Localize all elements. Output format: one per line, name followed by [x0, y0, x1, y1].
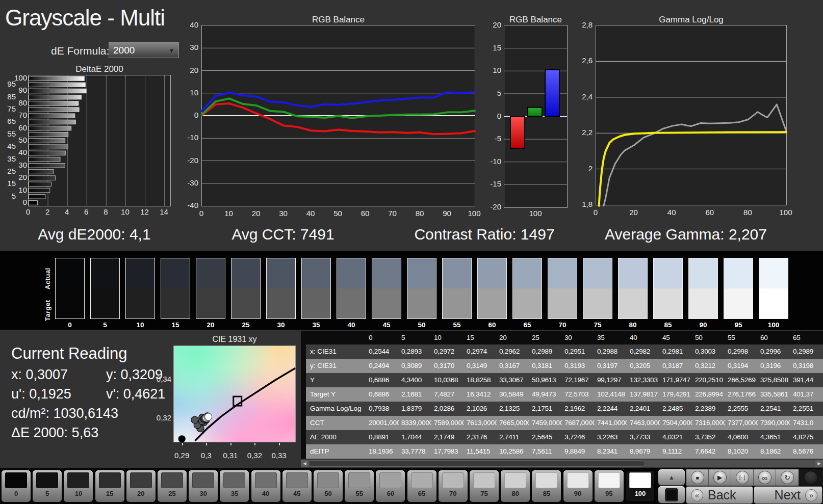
repeat-button[interactable]: ↻	[776, 469, 799, 486]
patch-button-label: 15	[95, 490, 124, 497]
table-column-header: 5	[399, 331, 431, 344]
deltae-bar-chart	[28, 75, 171, 206]
gamma-ytick-label: 1,8	[574, 200, 593, 208]
collapse-up-button[interactable]: ▲	[658, 469, 685, 485]
table-cell: 7377,0000	[725, 416, 758, 430]
patch-button-0[interactable]: 0	[2, 470, 31, 502]
patch-button-65[interactable]: 65	[407, 470, 436, 502]
table-cell: 7589,0000	[431, 416, 464, 430]
interval-measure-button[interactable]: [··]	[731, 469, 754, 486]
table-cell: 0,3089	[399, 359, 431, 373]
table-cell: 30,5849	[497, 387, 529, 402]
deltae-xtick-label: 0	[20, 208, 36, 216]
swatch-level-label: 60	[477, 321, 507, 329]
grayscale-swatch-15	[161, 258, 190, 319]
table-cell: 8,2341	[595, 444, 627, 459]
rgbline-ytick-label: 40	[177, 21, 198, 29]
gamma-chart-title: Gamma Log/Log	[596, 15, 787, 25]
gamma-xtick-label: 100	[778, 208, 793, 217]
reading-x: x: 0,3007	[11, 367, 68, 383]
deltae-xtick-label: 2	[40, 208, 55, 216]
rgb-line-chart-title: RGB Balance	[201, 15, 475, 25]
table-cell: 0,2988	[595, 344, 627, 359]
patch-button-30[interactable]: 30	[189, 470, 218, 502]
patch-button-35[interactable]: 35	[220, 470, 249, 502]
gamma-xtick-label: 60	[702, 208, 717, 217]
patch-button-20[interactable]: 20	[126, 470, 156, 502]
patch-swatch	[348, 472, 370, 488]
patch-button-5[interactable]: 5	[33, 470, 62, 502]
patch-button-95[interactable]: 95	[595, 470, 624, 502]
de-formula-dropdown[interactable]: 2000 ▼	[109, 42, 179, 58]
patch-swatch	[442, 472, 464, 488]
rgbline-xtick-label: 0	[194, 209, 209, 218]
patch-button-label: 35	[220, 490, 249, 497]
patch-swatch	[567, 472, 589, 488]
grayscale-swatch-10	[125, 258, 155, 319]
patch-swatch	[5, 472, 27, 488]
cie-ytick-label: 0,32	[152, 414, 171, 422]
swatch-actual-half	[759, 258, 788, 288]
next-button[interactable]: Next »	[754, 487, 822, 503]
rgbbar-ytick-label: 15	[480, 44, 501, 52]
scrollbar-thumb[interactable]	[308, 460, 645, 467]
table-cell: 7504,0000	[660, 416, 692, 430]
patch-button-85[interactable]: 85	[532, 470, 561, 502]
table-gutter	[301, 331, 306, 459]
patch-button-label: 20	[126, 490, 156, 497]
scroll-left-icon[interactable]: ◀	[301, 460, 308, 467]
table-cell: 335,5861	[758, 387, 790, 402]
stop-button[interactable]: ■	[686, 469, 709, 486]
swatch-level-label: 95	[724, 321, 753, 329]
swatch-target-half	[337, 288, 366, 319]
patch-button-75[interactable]: 75	[470, 470, 499, 502]
grayscale-swatch-50	[407, 258, 436, 319]
patch-button-100[interactable]: 100	[626, 470, 655, 502]
patch-button-80[interactable]: 80	[501, 470, 530, 502]
table-cell: 0,6886	[366, 387, 399, 402]
patch-button-55[interactable]: 55	[345, 470, 374, 502]
patch-swatch	[317, 472, 339, 488]
grayscale-swatch-100	[759, 258, 788, 319]
table-cell: 276,1766	[725, 387, 758, 402]
table-scrollbar[interactable]: ◀ ▶	[301, 460, 823, 467]
patch-button-label: 70	[439, 490, 468, 497]
gamma-chart	[596, 25, 787, 205]
patch-button-50[interactable]: 50	[314, 470, 343, 502]
interval-icon: [··]	[736, 471, 749, 484]
continuous-measure-button[interactable]: ∞	[754, 469, 776, 486]
table-cell: 33,7778	[399, 444, 431, 459]
table-cell: 17,7983	[431, 444, 464, 459]
contrast-ratio-stat: Contrast Ratio: 1497	[403, 226, 566, 243]
table-row-label: CCT	[306, 416, 366, 430]
patch-window-button[interactable]	[658, 486, 685, 503]
patch-button-40[interactable]: 40	[251, 470, 280, 502]
cie-xtick-label: 0,33	[269, 452, 289, 460]
back-button[interactable]: « Back	[686, 487, 753, 503]
table-cell: 49,9473	[529, 387, 562, 402]
patch-button-15[interactable]: 15	[95, 470, 124, 502]
rgbline-xtick-label: 90	[440, 209, 455, 218]
patch-swatch	[99, 472, 121, 488]
swatch-actual-half	[583, 258, 612, 288]
table-cell: 18,1936	[366, 444, 399, 459]
swatch-target-half	[232, 288, 260, 319]
patch-button-45[interactable]: 45	[282, 470, 312, 502]
patch-button-70[interactable]: 70	[439, 470, 468, 502]
patch-button-10[interactable]: 10	[64, 470, 93, 502]
patch-button-90[interactable]: 90	[563, 470, 593, 502]
patch-button-60[interactable]: 60	[376, 470, 405, 502]
swatch-actual-half	[654, 258, 682, 288]
table-column-header: 25	[529, 331, 562, 344]
patch-button-label: 95	[595, 490, 624, 497]
table-cell: 2,1751	[529, 402, 562, 416]
swatch-target-half	[267, 288, 295, 319]
scroll-right-icon[interactable]: ▶	[815, 460, 823, 467]
patch-button-25[interactable]: 25	[158, 470, 187, 502]
table-corner-cell	[306, 331, 366, 344]
patch-swatch	[67, 472, 89, 488]
next-button-label: Next	[775, 488, 801, 502]
play-button[interactable]: ▶	[709, 469, 731, 486]
table-row: ΔE 20000,88911,70442,17492,31762,74112,5…	[306, 430, 823, 444]
cie-tick-mark	[279, 443, 280, 445]
